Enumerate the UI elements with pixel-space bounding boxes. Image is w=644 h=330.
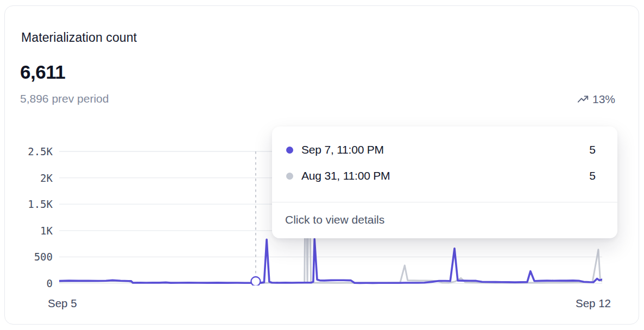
tooltip-previous-value: 5: [589, 169, 596, 182]
previous-series-dot-icon: [286, 173, 293, 180]
trend-indicator: 13%: [577, 93, 615, 106]
chart-tooltip[interactable]: Sep 7, 11:00 PM 5 Aug 31, 11:00 PM 5 Cli…: [272, 126, 617, 238]
metric-card-page: Materialization count 6,611 5,896 prev p…: [0, 0, 644, 330]
y-axis-tick-label: 1.5K: [12, 198, 53, 210]
tooltip-view-details-link[interactable]: Click to view details: [272, 202, 617, 237]
trend-percent: 13%: [592, 93, 615, 106]
card-title: Materialization count: [21, 30, 137, 45]
tooltip-current-value: 5: [589, 143, 596, 156]
current-period-series-line: [59, 239, 602, 283]
materialization-count-card: Materialization count 6,611 5,896 prev p…: [4, 5, 639, 325]
current-series-dot-icon: [286, 147, 293, 154]
x-axis-end-label: Sep 12: [576, 297, 611, 310]
current-total-value: 6,611: [20, 61, 65, 83]
y-axis-tick-label: 2K: [12, 172, 53, 184]
tooltip-current-label: Sep 7, 11:00 PM: [301, 143, 581, 156]
tooltip-rows: Sep 7, 11:00 PM 5 Aug 31, 11:00 PM 5: [272, 126, 617, 189]
hover-point-marker: [251, 277, 260, 285]
y-axis-tick-label: 500: [12, 251, 53, 263]
x-axis-start-label: Sep 5: [48, 297, 77, 310]
tooltip-previous-label: Aug 31, 11:00 PM: [301, 169, 581, 182]
y-axis-tick-label: 2.5K: [12, 145, 53, 157]
previous-period-value: 5,896 prev period: [20, 92, 109, 105]
tooltip-row-previous: Aug 31, 11:00 PM 5: [286, 163, 596, 189]
trending-up-icon: [577, 94, 589, 105]
tooltip-row-current: Sep 7, 11:00 PM 5: [286, 137, 596, 163]
y-axis-tick-label: 0: [12, 277, 53, 289]
y-axis-tick-label: 1K: [12, 225, 53, 237]
